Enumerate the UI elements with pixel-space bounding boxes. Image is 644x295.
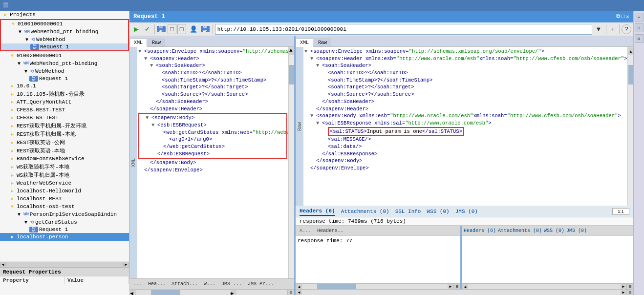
- tab-raw[interactable]: Raw: [148, 39, 165, 46]
- tree-item-10-18[interactable]: ▶ 10.18.105-随机数-分目录: [0, 90, 129, 98]
- close-tab-icon[interactable]: ✕: [626, 13, 629, 21]
- tree-item-01001[interactable]: ▼ 01001000000001: [1, 20, 128, 28]
- tree-item-request1-bottom[interactable]: SOAP Request 1: [0, 226, 129, 233]
- tree-item-webmethod-ptt[interactable]: ▼ WM WebMethod_ptt-binding: [1, 28, 128, 36]
- tree-item-rest[interactable]: ▶ localhost-REST: [0, 195, 129, 203]
- expand-btn[interactable]: ▼: [151, 122, 157, 129]
- btab-wss0[interactable]: WSS (0): [544, 227, 564, 234]
- tree-item-rest-local[interactable]: ▶ REST获取手机归属-本地: [0, 130, 129, 138]
- tree-item-wm-ptt2[interactable]: ▼ WM WebMethod_ptt-binding: [0, 60, 129, 67]
- expand-btn[interactable]: ▼: [316, 120, 322, 127]
- tab-raw-right[interactable]: Raw: [314, 39, 331, 46]
- bhs-bar[interactable]: [317, 284, 356, 289]
- right-xml-vscroll[interactable]: ▲: [627, 47, 633, 206]
- bhs-corner2[interactable]: ⊞: [626, 284, 633, 290]
- expand-btn[interactable]: ▼: [144, 55, 150, 63]
- xml-line: </soah:SoaHeader>: [138, 98, 287, 105]
- scroll-right-btn[interactable]: ▶: [123, 262, 129, 268]
- bottom-right-hscroll[interactable]: ◀ ▶ ⊞: [462, 283, 633, 289]
- tree-item-att[interactable]: ▶ ATT_QueryMonthAtt: [0, 98, 129, 106]
- left-xml-hscroll[interactable]: ◀ ▶ ⊞: [129, 289, 294, 295]
- tree-item-request1[interactable]: SOAP Request 1: [1, 43, 128, 50]
- add-button[interactable]: +: [608, 24, 617, 34]
- tab-jms0[interactable]: JMS (0): [455, 208, 478, 215]
- scroll-left-btn[interactable]: ◀: [0, 262, 6, 268]
- expand-btn[interactable]: ▼: [304, 48, 310, 55]
- zoom-input[interactable]: [612, 208, 629, 215]
- tree-item-localhost-person[interactable]: ▶ localhost-person: [0, 233, 129, 241]
- settings-btn[interactable]: ⚙: [635, 34, 644, 43]
- tab-hea[interactable]: Hea...: [146, 281, 168, 287]
- expand-btn[interactable]: ▼: [138, 48, 144, 55]
- tree-item-projects[interactable]: ▶ Projects: [0, 11, 129, 19]
- tab-jms-pr[interactable]: JMS Pr...: [246, 281, 276, 287]
- soap-btn2[interactable]: SOAP: [201, 26, 210, 32]
- tree-item-1001[interactable]: ▶ 10.0.1: [0, 82, 129, 90]
- tree-item-get-card[interactable]: ▼ ⟲ getCardStatus: [0, 218, 129, 226]
- tree-item-webmethod[interactable]: ▼ ⟲ WebMethod: [1, 36, 128, 43]
- tree-item-random-fonts[interactable]: ▶ RandomFontsWebService: [0, 155, 129, 163]
- tab-xml[interactable]: XML: [129, 39, 147, 47]
- url-dropdown-btn[interactable]: ▼: [593, 24, 604, 34]
- expand-btn[interactable]: ▼: [150, 62, 156, 69]
- expand-btn[interactable]: ▼: [310, 112, 316, 120]
- left-xml-vscroll[interactable]: ▲: [288, 47, 294, 278]
- btab-headers6[interactable]: Headers (6): [464, 227, 496, 234]
- tree-item-ws-phone[interactable]: ▶ WS获取手机归属-本地: [0, 171, 129, 179]
- tree-item-rest-dev[interactable]: ▶ REST获取手机归属-开发环境: [0, 122, 129, 130]
- restore-icon[interactable]: ⧉: [616, 13, 621, 21]
- split-btn[interactable]: ⊟: [635, 23, 644, 32]
- hscroll-thumb[interactable]: [151, 290, 180, 295]
- square-btn1[interactable]: □: [168, 24, 176, 34]
- play-button[interactable]: ▶: [131, 24, 141, 34]
- menu-icon[interactable]: ☰: [3, 1, 9, 9]
- scroll-corner-right[interactable]: ⊞: [626, 290, 633, 295]
- tree-item-cfesb-rest[interactable]: ▶ CFESB-REST-TEST: [0, 106, 129, 114]
- tree-item-hello[interactable]: ▶ localhost-HelloWorld: [0, 187, 129, 195]
- tree-item-01002[interactable]: ▼ 01002000000001: [0, 52, 129, 60]
- tree-item-english-pub[interactable]: ▶ REST获取英语-公网: [0, 138, 129, 147]
- tab-wss0[interactable]: WSS (0): [427, 208, 449, 215]
- user-btn[interactable]: 👤: [187, 24, 200, 34]
- btab-attachments0[interactable]: Attachments (0): [498, 227, 542, 234]
- tab-ssl-info[interactable]: SSL Info: [395, 208, 421, 215]
- hscroll-bar[interactable]: [6, 262, 123, 268]
- tree-item-person-impl[interactable]: ▼ WM PersonImplServiceSoapBindin: [0, 211, 129, 218]
- url-input[interactable]: [215, 24, 592, 35]
- btab-jms0[interactable]: JMS (0): [566, 227, 587, 234]
- request-tab-title[interactable]: Request 1: [133, 13, 165, 20]
- expand-btn[interactable]: ▼: [316, 62, 322, 69]
- tree-item-english-local[interactable]: ▶ REST获取英语-本地: [0, 147, 129, 155]
- scroll-corner[interactable]: ⊞: [287, 290, 294, 295]
- tab-jms[interactable]: JMS ...: [219, 281, 244, 287]
- check-button[interactable]: ✔: [142, 24, 152, 34]
- maximize-icon[interactable]: □: [622, 13, 625, 21]
- btab-a[interactable]: A...: [298, 228, 313, 234]
- btab-headers[interactable]: Headers..: [315, 228, 345, 234]
- vscroll-thumb[interactable]: [289, 65, 294, 84]
- tab-ellipsis[interactable]: ...: [131, 281, 144, 287]
- tab-w[interactable]: W...: [202, 281, 217, 287]
- tab-attach[interactable]: Attach...: [170, 281, 200, 287]
- tab-xml-right[interactable]: XML: [296, 39, 313, 47]
- tree-label: 01002000000001: [17, 53, 62, 59]
- expand-btn[interactable]: ▼: [146, 114, 151, 122]
- right-vscroll-thumb[interactable]: [628, 65, 633, 84]
- right-xml-hscroll[interactable]: ◀ ▶ ⊞: [296, 289, 633, 295]
- square-btn2[interactable]: □: [177, 24, 186, 34]
- tree-item-ws-random[interactable]: ▶ WS获取随机字符-本地: [0, 163, 129, 171]
- tree-item-wm2[interactable]: ▼ ⟲ WebMethod: [0, 67, 129, 75]
- soap-btn1[interactable]: SOAP: [157, 26, 166, 32]
- tree-item-cfesb-ws[interactable]: ▶ CFESB-WS-TEST: [0, 114, 129, 122]
- expand-restore-btn[interactable]: ⇔: [635, 13, 644, 21]
- tree-item-weather[interactable]: ▶ WeatherWebService: [0, 179, 129, 187]
- tree-item-request1-2[interactable]: SOAP Request 1: [0, 75, 129, 82]
- tree-item-osb[interactable]: ▼ localhost-osb-test: [0, 203, 129, 211]
- bottom-left-hscroll[interactable]: ◀ ▶ ⊞: [296, 283, 460, 289]
- tab-headers6[interactable]: Headers (6): [300, 207, 335, 216]
- wm-icon2: ⟲: [31, 37, 35, 42]
- tab-attachments0[interactable]: Attachments (0): [341, 208, 389, 215]
- expand-btn[interactable]: ▼: [310, 55, 316, 63]
- bhs-corner[interactable]: ⊞: [453, 284, 460, 290]
- help-button[interactable]: ?: [622, 24, 631, 34]
